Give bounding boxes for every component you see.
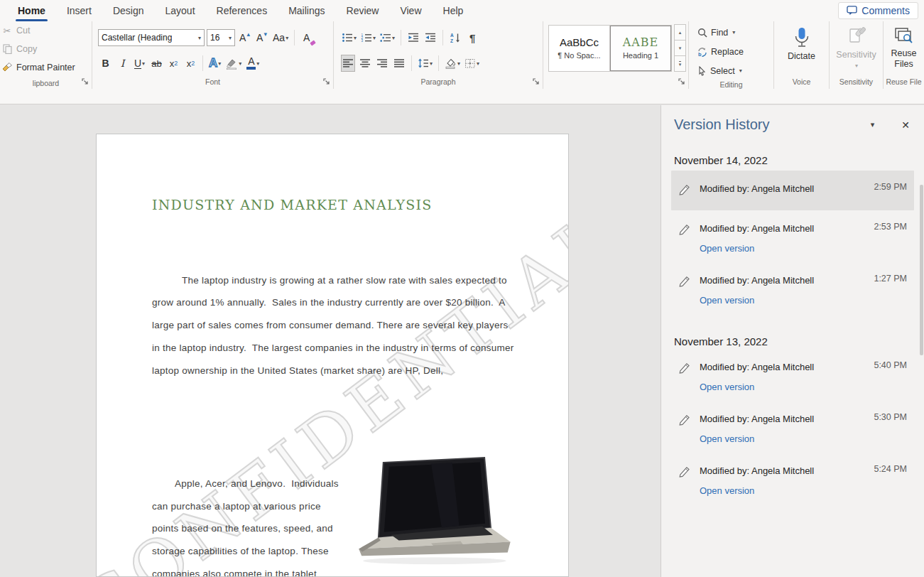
styles-more-button[interactable]: ▾ [674,55,686,72]
chevron-up-icon: ▴ [679,30,682,36]
version-entry[interactable]: Modified by: Angela Mitchell 2:59 PM [671,171,914,210]
font-size-combobox[interactable]: 16 ▾ [207,29,235,46]
open-version-link[interactable]: Open version [700,485,874,496]
font-dialog-launcher-icon[interactable] [323,78,330,87]
version-entry[interactable]: Modified by: Angela Mitchell Open versio… [671,213,914,262]
svg-text:Z: Z [450,38,453,43]
font-color-button[interactable]: A ▾ [245,55,261,72]
bullets-button[interactable]: ▾ [341,29,357,46]
tab-review[interactable]: Review [336,1,390,21]
cut-button[interactable]: ✂ Cut [0,21,92,40]
replace-label: Replace [711,47,744,57]
panel-options-chevron-icon[interactable]: ▾ [871,120,875,129]
open-version-link[interactable]: Open version [700,433,874,444]
paragraph-dialog-launcher-icon[interactable] [533,78,540,87]
tab-view[interactable]: View [389,1,432,21]
decrease-indent-button[interactable] [406,29,420,46]
tab-home[interactable]: Home [7,1,56,21]
justify-button[interactable] [392,55,406,72]
format-painter-button[interactable]: Format Painter [0,58,92,77]
styles-scroll-down-button[interactable]: ▾ [674,40,686,56]
comments-button[interactable]: Comments [838,2,918,19]
clipboard-group: ✂ Cut Copy Format Painter lipboar [0,21,92,89]
cursor-icon [697,66,707,76]
document-heading: INDUSTRY AND MARKET ANALYSIS [152,197,432,212]
grow-font-button[interactable]: A▴ [237,29,252,46]
show-formatting-marks-button[interactable]: ¶ [465,29,479,46]
underline-glyph: U [134,58,141,69]
multilevel-list-icon [380,33,391,43]
chevron-down-icon: ▾ [430,60,433,67]
document-body[interactable]: The laptop industry is growing at a rath… [152,224,516,577]
dictate-button[interactable]: Dictate [774,21,829,74]
document-workspace[interactable]: CONFIDENTIAL INDUSTRY AND MARKET ANALYSI… [0,105,661,577]
style-heading-1[interactable]: AABE Heading 1 [610,26,671,71]
select-button[interactable]: Select ▾ [689,61,773,80]
italic-button[interactable]: I [115,55,130,72]
document-page[interactable]: CONFIDENTIAL INDUSTRY AND MARKET ANALYSI… [96,134,569,577]
sensitivity-icon [846,27,867,47]
version-entry[interactable]: Modified by: Angela Mitchell Open versio… [671,352,914,401]
increase-indent-button[interactable] [423,29,437,46]
replace-button[interactable]: b Replace [689,42,773,61]
shading-button[interactable]: ▾ [444,55,461,72]
version-entry[interactable]: Modified by: Angela Mitchell Open versio… [671,455,914,505]
highlight-color-button[interactable]: ▾ [224,55,243,72]
open-version-link[interactable]: Open version [700,243,874,254]
chevron-down-icon: ▾ [239,60,241,67]
change-case-glyph: Aa [273,32,285,43]
pencil-icon [678,360,700,377]
chevron-down-icon: ▾ [679,45,682,51]
open-version-link[interactable]: Open version [700,295,874,306]
ribbon-body: ✂ Cut Copy Format Painter lipboar [0,21,924,89]
clear-formatting-button[interactable]: A [299,29,314,46]
sort-button[interactable]: AZ [448,29,462,46]
align-left-button[interactable] [341,55,355,72]
superscript-button[interactable]: x2 [183,55,198,72]
sensitivity-button[interactable]: Sensitivity ▾ [830,21,883,74]
align-right-button[interactable] [375,55,389,72]
align-center-button[interactable] [358,55,372,72]
more-icon: ▾ [679,61,682,66]
subscript-button[interactable]: x2 [166,55,181,72]
line-spacing-button[interactable]: ▾ [417,55,433,72]
style-no-spacing[interactable]: AaBbCc ¶ No Spac... [549,26,610,71]
version-entry[interactable]: Modified by: Angela Mitchell Open versio… [671,404,914,453]
change-case-button[interactable]: Aa▾ [271,29,290,46]
underline-button[interactable]: U▾ [132,55,147,72]
shrink-font-button[interactable]: A▾ [254,29,269,46]
tab-design[interactable]: Design [102,1,155,21]
reuse-files-button[interactable]: Reuse Files [884,21,924,74]
panel-scrollbar[interactable] [920,185,923,355]
strikethrough-button[interactable]: ab [149,55,164,72]
bold-button[interactable]: B [98,55,113,72]
tab-help[interactable]: Help [433,1,474,21]
tab-layout[interactable]: Layout [155,1,206,21]
version-date-header: November 13, 2022 [674,335,911,347]
styles-scroll-up-button[interactable]: ▴ [674,24,686,41]
font-name-combobox[interactable]: Castellar (Heading ▾ [98,29,205,46]
font-name-value: Castellar (Heading [102,33,172,43]
panel-close-icon[interactable]: ✕ [901,119,910,131]
svg-text:b: b [698,51,702,57]
tab-insert[interactable]: Insert [56,1,102,21]
chevron-down-icon: ▾ [256,60,259,67]
copy-button[interactable]: Copy [0,40,92,58]
align-center-icon [359,58,371,68]
version-entry[interactable]: Modified by: Angela Mitchell Open versio… [671,265,914,314]
tab-references[interactable]: References [206,1,278,21]
tab-mailings[interactable]: Mailings [278,1,335,21]
text-effects-button[interactable]: A▾ [207,55,222,72]
copy-icon [1,44,13,54]
borders-button[interactable]: ▾ [464,55,480,72]
clipboard-dialog-launcher-icon[interactable] [82,78,89,87]
open-version-link[interactable]: Open version [700,382,874,392]
styles-dialog-launcher-icon[interactable] [678,78,685,87]
find-button[interactable]: Find ▾ [689,23,773,42]
comment-bubble-icon [847,6,857,16]
multilevel-list-button[interactable]: ▾ [379,29,396,46]
numbering-button[interactable]: 123 ▾ [360,29,376,46]
chevron-down-icon: ▾ [855,63,858,69]
font-group-label: Font [205,77,220,86]
format-painter-icon [1,63,13,72]
